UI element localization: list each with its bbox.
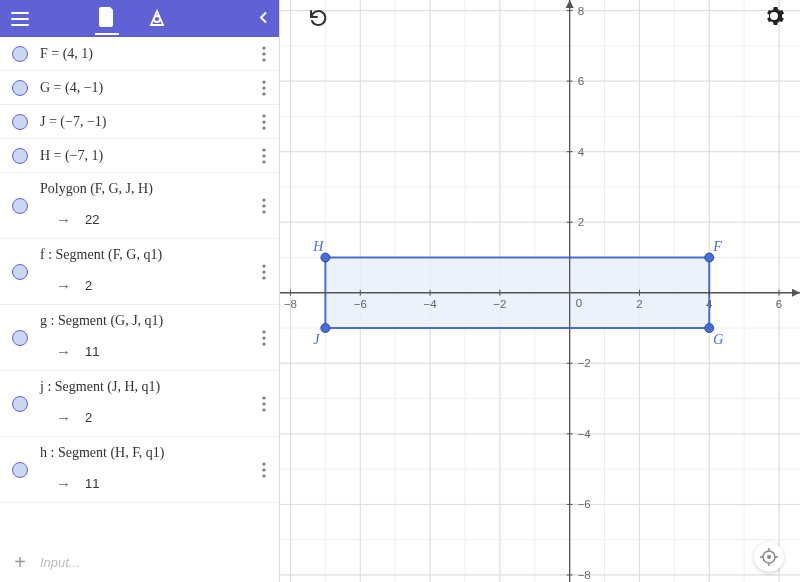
entry-output: → 2 — [40, 409, 249, 426]
svg-point-7 — [262, 86, 265, 89]
more-vertical-icon — [262, 148, 266, 164]
point-label-H: H — [312, 239, 324, 254]
svg-text:6: 6 — [776, 298, 782, 310]
svg-point-5 — [262, 58, 265, 61]
settings-button[interactable] — [764, 6, 784, 29]
svg-point-22 — [262, 336, 265, 339]
svg-text:−2: −2 — [493, 298, 506, 310]
undo-button[interactable] — [306, 6, 328, 31]
entry-value: 11 — [85, 476, 99, 491]
algebra-sidebar: F = (4, 1) G = (4, −1) J = (−7, −1) H = … — [0, 0, 280, 582]
entry-point[interactable]: J = (−7, −1) — [0, 105, 279, 139]
entry-label: Polygon (F, G, J, H) — [40, 181, 249, 197]
input-field[interactable]: Input... — [40, 555, 80, 570]
entry-value: 2 — [85, 278, 92, 293]
svg-point-17 — [262, 210, 265, 213]
svg-point-20 — [262, 276, 265, 279]
svg-text:−6: −6 — [354, 298, 367, 310]
entry-segment[interactable]: j : Segment (J, H, q1) → 2 — [0, 371, 279, 437]
entry-label: j : Segment (J, H, q1) — [40, 379, 249, 395]
entry-more-button[interactable] — [249, 177, 279, 234]
svg-text:−2: −2 — [578, 357, 591, 369]
entries-list: F = (4, 1) G = (4, −1) J = (−7, −1) H = … — [0, 37, 279, 542]
svg-point-12 — [262, 148, 265, 151]
output-arrow-icon: → — [56, 475, 71, 492]
tab-algebra[interactable] — [95, 3, 119, 35]
svg-text:−8: −8 — [284, 298, 297, 310]
hamburger-menu-button[interactable] — [0, 0, 40, 37]
svg-point-31 — [767, 555, 771, 559]
svg-point-23 — [262, 342, 265, 345]
entry-more-button[interactable] — [249, 243, 279, 300]
more-vertical-icon — [262, 80, 266, 96]
point-label-G: G — [713, 332, 723, 347]
visibility-toggle[interactable] — [0, 243, 40, 300]
more-vertical-icon — [262, 330, 266, 346]
svg-text:8: 8 — [578, 5, 584, 17]
entry-segment[interactable]: h : Segment (H, F, q1) → 11 — [0, 437, 279, 503]
collapse-sidebar-button[interactable] — [259, 11, 267, 26]
svg-point-10 — [262, 120, 265, 123]
entry-label: f : Segment (F, G, q1) — [40, 247, 249, 263]
graph-canvas[interactable]: −8−6−4−20246−8−6−4−22468FGJH — [280, 0, 800, 582]
entry-point[interactable]: H = (−7, 1) — [0, 139, 279, 173]
visibility-toggle[interactable] — [0, 309, 40, 366]
more-vertical-icon — [262, 264, 266, 280]
visibility-toggle[interactable] — [0, 375, 40, 432]
svg-point-28 — [262, 468, 265, 471]
visibility-toggle[interactable] — [0, 114, 40, 130]
svg-point-21 — [262, 330, 265, 333]
svg-rect-2 — [11, 24, 29, 26]
svg-point-18 — [262, 264, 265, 267]
more-vertical-icon — [262, 198, 266, 214]
svg-point-11 — [262, 126, 265, 129]
coordinate-graph[interactable]: −8−6−4−20246−8−6−4−22468FGJH — [280, 0, 800, 582]
output-arrow-icon: → — [56, 211, 71, 228]
entry-segment[interactable]: f : Segment (F, G, q1) → 2 — [0, 239, 279, 305]
entry-output: → 2 — [40, 277, 249, 294]
svg-point-9 — [262, 114, 265, 117]
svg-point-15 — [262, 198, 265, 201]
svg-text:6: 6 — [578, 75, 584, 87]
locate-button[interactable] — [754, 542, 784, 572]
more-vertical-icon — [262, 396, 266, 412]
visibility-toggle[interactable] — [0, 177, 40, 234]
svg-text:0: 0 — [576, 297, 582, 309]
visibility-toggle[interactable] — [0, 148, 40, 164]
entry-more-button[interactable] — [249, 46, 279, 62]
svg-point-6 — [262, 80, 265, 83]
tools-icon — [147, 9, 167, 29]
entry-label: J = (−7, −1) — [40, 114, 249, 130]
entry-point[interactable]: G = (4, −1) — [0, 71, 279, 105]
svg-text:−6: −6 — [578, 498, 591, 510]
more-vertical-icon — [262, 462, 266, 478]
visibility-toggle[interactable] — [0, 80, 40, 96]
hamburger-icon — [11, 12, 29, 26]
entry-more-button[interactable] — [249, 441, 279, 498]
svg-point-24 — [262, 396, 265, 399]
entry-more-button[interactable] — [249, 375, 279, 432]
entry-more-button[interactable] — [249, 80, 279, 96]
svg-point-27 — [262, 462, 265, 465]
svg-point-26 — [262, 408, 265, 411]
input-row: + Input... — [0, 542, 279, 582]
point-J[interactable] — [321, 324, 330, 333]
svg-point-16 — [262, 204, 265, 207]
entry-point[interactable]: F = (4, 1) — [0, 37, 279, 71]
entry-more-button[interactable] — [249, 148, 279, 164]
entry-polygon[interactable]: Polygon (F, G, J, H) → 22 — [0, 173, 279, 239]
add-entry-button[interactable]: + — [0, 551, 40, 574]
entry-more-button[interactable] — [249, 309, 279, 366]
entry-segment[interactable]: g : Segment (G, J, q1) → 11 — [0, 305, 279, 371]
svg-point-19 — [262, 270, 265, 273]
svg-point-8 — [262, 92, 265, 95]
entry-value: 11 — [85, 344, 99, 359]
entry-more-button[interactable] — [249, 114, 279, 130]
entry-value: 2 — [85, 410, 92, 425]
point-label-J: J — [313, 332, 320, 347]
tab-tools[interactable] — [143, 5, 171, 33]
visibility-toggle[interactable] — [0, 46, 40, 62]
gear-icon — [764, 6, 784, 26]
svg-point-4 — [262, 52, 265, 55]
visibility-toggle[interactable] — [0, 441, 40, 498]
